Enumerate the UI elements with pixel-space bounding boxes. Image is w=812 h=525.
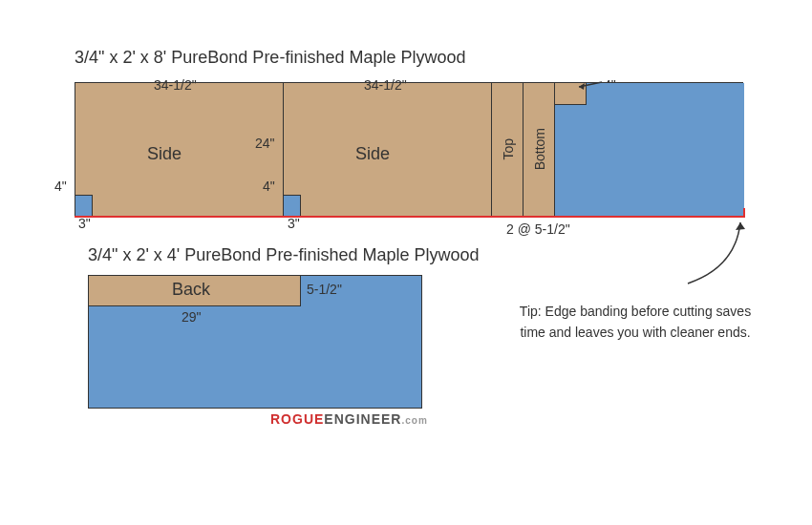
dim-side1-notch-h: 4" bbox=[54, 178, 67, 194]
dim-back-h: 5-1/2" bbox=[307, 282, 342, 297]
sheet1: 34-1/2" Side 24" 4" 3" 34-1/2" Side 4" 3… bbox=[75, 82, 743, 216]
sheet2: Back 5-1/2" 29" bbox=[88, 275, 422, 409]
dim-side2-notch-h: 4" bbox=[263, 178, 275, 194]
sheet1-waste bbox=[555, 105, 744, 217]
dim-back-w: 29" bbox=[182, 309, 202, 325]
label-side2: Side bbox=[355, 144, 390, 164]
dim-side1-height: 24" bbox=[255, 136, 275, 151]
label-side1: Side bbox=[147, 144, 182, 164]
side1-notch bbox=[75, 195, 93, 217]
logo-brand2: ENGINEER bbox=[324, 411, 401, 427]
dim-side2-width: 34-1/2" bbox=[364, 77, 407, 93]
sheet1-title: 3/4" x 2' x 8' PureBond Pre-finished Map… bbox=[75, 48, 465, 68]
dim-side1-width: 34-1/2" bbox=[154, 77, 197, 93]
sheet1-waste-top bbox=[587, 83, 744, 106]
logo-brand1: ROGUE bbox=[270, 411, 324, 427]
arrow-edgeband bbox=[659, 215, 755, 291]
edgeband-line bbox=[75, 216, 745, 218]
strips-note: 2 @ 5-1/2" bbox=[506, 221, 570, 237]
sheet2-title: 3/4" x 2' x 4' PureBond Pre-finished Map… bbox=[88, 245, 479, 265]
side2-notch bbox=[284, 195, 301, 217]
label-top: Top bbox=[501, 138, 516, 160]
dim-side2-notch-w: 3" bbox=[288, 216, 300, 231]
logo-suffix: .com bbox=[401, 415, 427, 426]
logo: ROGUEENGINEER.com bbox=[270, 410, 428, 428]
tip-text: Tip: Edge banding before cutting saves t… bbox=[516, 301, 755, 344]
arrow-toekick bbox=[577, 79, 606, 96]
label-back: Back bbox=[172, 280, 210, 300]
label-bottom: Bottom bbox=[532, 128, 547, 170]
dim-side1-notch-w: 3" bbox=[78, 216, 91, 231]
